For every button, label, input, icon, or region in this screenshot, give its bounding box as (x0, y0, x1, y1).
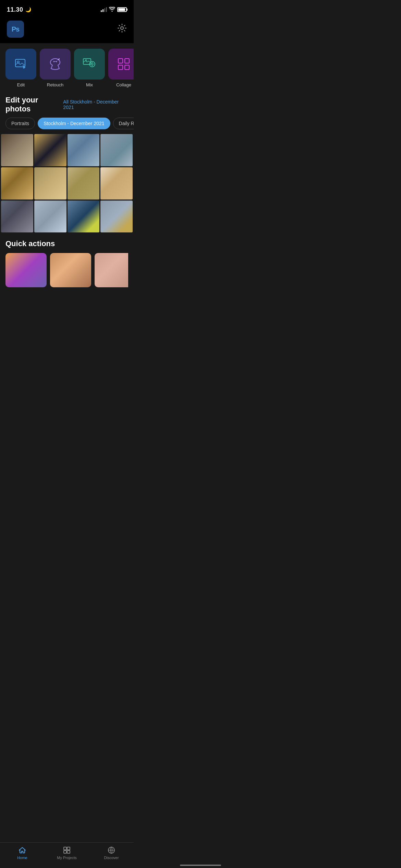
svg-point-0 (121, 27, 123, 29)
filter-tabs: Portraits Stockholm - December 2021 Dail… (0, 118, 134, 134)
main-content: Edit Retouch (0, 43, 134, 322)
photo-cell[interactable] (100, 134, 133, 166)
signal-icon (101, 7, 107, 12)
quick-actions-section: Quick actions (0, 232, 134, 291)
moon-icon: 🌙 (25, 7, 31, 12)
photo-grid (0, 134, 134, 232)
svg-rect-11 (125, 59, 129, 63)
status-time: 11.30 (7, 6, 23, 13)
photo-cell[interactable] (100, 201, 133, 233)
quick-action-card[interactable] (95, 253, 128, 287)
settings-button[interactable] (117, 23, 127, 35)
svg-rect-10 (118, 59, 123, 63)
battery-icon (117, 7, 127, 12)
wifi-icon (109, 7, 115, 13)
filter-tab-stockholm[interactable]: Stockholm - December 2021 (38, 118, 110, 129)
photo-cell[interactable] (34, 167, 66, 200)
svg-rect-13 (125, 65, 129, 70)
quick-actions-row (5, 253, 128, 287)
filter-tab-daily[interactable]: Daily Routine (113, 118, 134, 129)
app-header: Ps (0, 17, 134, 43)
tool-collage[interactable]: Collage (108, 49, 134, 87)
status-icons (101, 7, 127, 13)
svg-point-3 (53, 61, 54, 62)
quick-action-card[interactable] (5, 253, 47, 287)
tool-edit-icon-box (5, 49, 36, 80)
tool-mix-icon-box (74, 49, 105, 80)
filter-tab-portraits[interactable]: Portraits (5, 118, 35, 129)
tool-retouch[interactable]: Retouch (40, 49, 71, 87)
ps-logo-text: Ps (12, 25, 19, 33)
tools-section: Edit Retouch (0, 43, 134, 90)
edit-photos-link[interactable]: All Stockholm - December 2021 (63, 99, 128, 110)
edit-photos-title: Edit your photos (5, 96, 63, 113)
tool-mix[interactable]: Mix (74, 49, 105, 87)
tool-edit[interactable]: Edit (5, 49, 36, 87)
photo-cell[interactable] (34, 201, 66, 233)
tool-collage-label: Collage (116, 82, 131, 87)
photo-cell[interactable] (34, 134, 66, 166)
photo-cell[interactable] (68, 167, 100, 200)
photo-cell[interactable] (68, 134, 100, 166)
photo-cell[interactable] (100, 167, 133, 200)
ps-logo: Ps (7, 21, 24, 38)
tool-retouch-icon-box (40, 49, 71, 80)
svg-point-4 (56, 61, 57, 62)
tool-retouch-label: Retouch (47, 82, 63, 87)
quick-action-card[interactable] (50, 253, 91, 287)
quick-actions-title: Quick actions (5, 239, 128, 248)
photo-cell[interactable] (1, 134, 33, 166)
tools-row: Edit Retouch (5, 49, 134, 87)
tool-collage-icon-box (108, 49, 134, 80)
edit-photos-header: Edit your photos All Stockholm - Decembe… (0, 90, 134, 118)
photo-cell[interactable] (1, 167, 33, 200)
tool-mix-label: Mix (86, 82, 93, 87)
photo-cell[interactable] (1, 201, 33, 233)
svg-rect-12 (118, 65, 123, 70)
status-bar: 11.30 🌙 (0, 0, 134, 17)
photo-cell[interactable] (68, 201, 100, 233)
tool-edit-label: Edit (17, 82, 25, 87)
